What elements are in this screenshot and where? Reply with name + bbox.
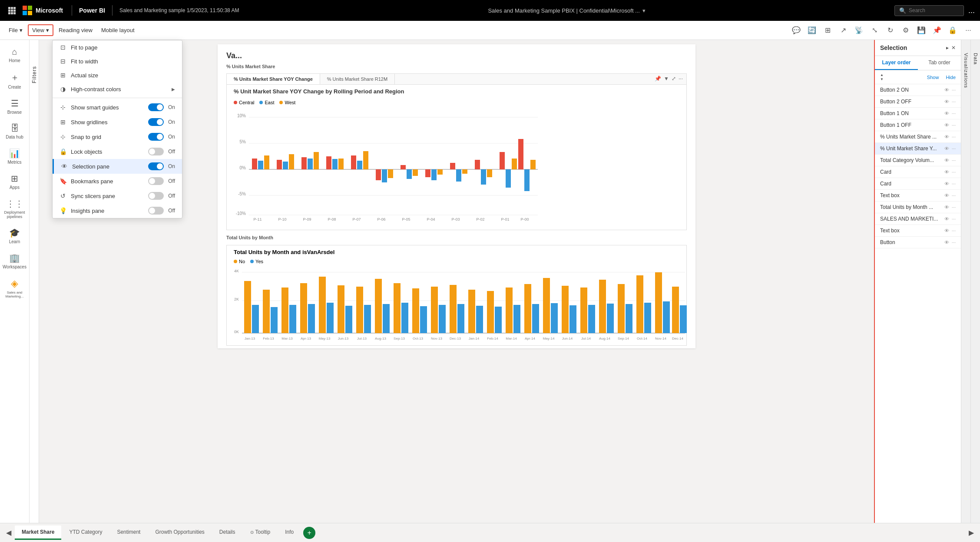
sidebar-item-salesmarketing[interactable]: ◈ Sales and Marketing...: [2, 274, 28, 302]
pin-chart-icon[interactable]: 📌: [655, 76, 661, 83]
show-gridlines-item[interactable]: ⊞ Show gridlines On: [53, 115, 182, 129]
sidebar-item-metrics[interactable]: 📊 Metrics: [2, 145, 28, 168]
more-layer-icon[interactable]: ···: [952, 228, 956, 233]
tab-tab-order[interactable]: Tab order: [918, 56, 961, 70]
layer-button1on[interactable]: Button 1 ON 👁 ···: [875, 108, 961, 119]
visibility-icon[interactable]: 👁: [944, 216, 949, 221]
panel-expand-icon[interactable]: ▸: [946, 45, 949, 51]
file-button[interactable]: File ▾: [5, 25, 26, 35]
visibility-icon[interactable]: 👁: [944, 240, 949, 245]
sync-icon[interactable]: 🔄: [805, 24, 818, 37]
visibility-icon[interactable]: 👁: [944, 228, 949, 233]
layer-card2[interactable]: Card 👁 ···: [875, 178, 961, 190]
share-icon[interactable]: ↗: [837, 24, 850, 37]
bookmarks-toggle[interactable]: [148, 177, 164, 185]
visibility-icon[interactable]: 👁: [944, 122, 949, 128]
layer-pct-unit-yoy[interactable]: % Unit Market Share Y... 👁 ···: [875, 143, 961, 155]
layer-total-category[interactable]: Total Category Volum... 👁 ···: [875, 155, 961, 166]
show-button[interactable]: Show: [927, 75, 939, 80]
next-page-icon[interactable]: ▶: [966, 527, 977, 539]
more-button[interactable]: ...: [968, 6, 975, 15]
layer-total-units-month[interactable]: Total Units by Month ... 👁 ···: [875, 202, 961, 213]
tab-growth-opportunities[interactable]: Growth Opportunities: [148, 525, 211, 540]
more-chart-icon[interactable]: ···: [679, 76, 683, 83]
smart-guides-toggle[interactable]: [148, 103, 164, 111]
layer-sales-marketing[interactable]: SALES AND MARKETI... 👁 ···: [875, 213, 961, 225]
tab-details[interactable]: Details: [212, 525, 242, 540]
more-layer-icon[interactable]: ···: [952, 99, 956, 104]
more-layer-icon[interactable]: ···: [952, 158, 956, 163]
more-layer-icon[interactable]: ···: [952, 111, 956, 116]
expand-chart-icon[interactable]: ⤢: [672, 76, 676, 83]
filters-sidebar[interactable]: Filters: [30, 40, 39, 523]
visibility-icon[interactable]: 👁: [944, 181, 949, 186]
layer-button1off[interactable]: Button 1 OFF 👁 ···: [875, 119, 961, 131]
tab-tooltip[interactable]: ⊙ Tooltip: [243, 525, 278, 540]
comment-icon[interactable]: 💬: [790, 24, 803, 37]
bookmarks-pane-item[interactable]: 🔖 Bookmarks pane Off: [53, 174, 182, 188]
hide-button[interactable]: Hide: [946, 75, 956, 80]
chart1-tab1[interactable]: % Units Market Share YOY Change: [227, 74, 320, 84]
sidebar-item-deployment[interactable]: ⋮⋮ Deployment pipelines: [2, 195, 28, 222]
layer-card1[interactable]: Card 👁 ···: [875, 166, 961, 178]
expand-icon[interactable]: ⤡: [868, 24, 881, 37]
table-icon[interactable]: ⊞: [821, 24, 834, 37]
sidebar-item-datahub[interactable]: 🗄 Data hub: [2, 120, 28, 143]
sync-slicers-toggle[interactable]: [148, 192, 164, 200]
visibility-icon[interactable]: 👁: [944, 87, 949, 93]
sync-slicers-item[interactable]: ↺ Sync slicers pane Off: [53, 188, 182, 203]
layer-textbox2[interactable]: Text box 👁 ···: [875, 225, 961, 237]
more-layer-icon[interactable]: ···: [952, 122, 956, 128]
high-contrast-item[interactable]: ◑ High-contrast colors ▶: [53, 82, 182, 96]
refresh-icon[interactable]: ↻: [884, 24, 897, 37]
sidebar-item-apps[interactable]: ⊞ Apps: [2, 170, 28, 193]
visibility-icon[interactable]: 👁: [944, 205, 949, 210]
security-icon[interactable]: 🔒: [946, 24, 959, 37]
tab-ytd-category[interactable]: YTD Category: [62, 525, 109, 540]
sidebar-item-learn[interactable]: 🎓 Learn: [2, 224, 28, 248]
search-input[interactable]: [909, 7, 952, 13]
visibility-icon[interactable]: 👁: [944, 146, 949, 151]
layer-textbox1[interactable]: Text box 👁 ···: [875, 190, 961, 202]
selection-pane-toggle[interactable]: [148, 162, 164, 170]
view-button[interactable]: View ▾: [28, 24, 53, 36]
broadcast-icon[interactable]: 📡: [852, 24, 865, 37]
visualizations-tab[interactable]: Visualizations: [961, 40, 970, 523]
save-icon[interactable]: 💾: [915, 24, 928, 37]
snap-toggle[interactable]: [148, 133, 164, 141]
visibility-icon[interactable]: 👁: [944, 193, 949, 198]
more-layer-icon[interactable]: ···: [952, 240, 956, 245]
tab-market-share[interactable]: Market Share: [15, 525, 61, 540]
tab-info[interactable]: Info: [278, 525, 301, 540]
gridlines-toggle[interactable]: [148, 118, 164, 126]
layer-button2off[interactable]: Button 2 OFF 👁 ···: [875, 96, 961, 108]
filter-chart-icon[interactable]: ▼: [664, 76, 669, 83]
sidebar-item-browse[interactable]: ☰ Browse: [2, 95, 28, 118]
reading-view-button[interactable]: Reading view: [55, 25, 96, 35]
lock-toggle[interactable]: [148, 148, 164, 155]
more-layer-icon[interactable]: ···: [952, 87, 956, 93]
sidebar-item-home[interactable]: ⌂ Home: [2, 43, 28, 66]
insights-toggle[interactable]: [148, 207, 164, 215]
more-layer-icon[interactable]: ···: [952, 146, 956, 151]
more-ribbon-icon[interactable]: ···: [962, 24, 975, 37]
tab-layer-order[interactable]: Layer order: [875, 56, 918, 70]
sidebar-item-workspaces[interactable]: 🏢 Workspaces: [2, 249, 28, 273]
mobile-layout-button[interactable]: Mobile layout: [98, 25, 138, 35]
visibility-icon[interactable]: 👁: [944, 158, 949, 163]
panel-close-icon[interactable]: ✕: [951, 45, 956, 51]
more-layer-icon[interactable]: ···: [952, 216, 956, 221]
sidebar-item-create[interactable]: ＋ Create: [2, 68, 28, 93]
selection-pane-item[interactable]: 👁 Selection pane On: [53, 159, 182, 174]
fit-to-page-item[interactable]: ⊡ Fit to page: [53, 40, 182, 54]
chevron-down-icon[interactable]: ▾: [642, 7, 646, 14]
more-layer-icon[interactable]: ···: [952, 181, 956, 186]
pin-icon[interactable]: 📌: [930, 24, 944, 37]
more-layer-icon[interactable]: ···: [952, 205, 956, 210]
layer-button2on[interactable]: Button 2 ON 👁 ···: [875, 84, 961, 96]
settings-icon[interactable]: ⚙: [899, 24, 912, 37]
visibility-icon[interactable]: 👁: [944, 169, 949, 175]
more-layer-icon[interactable]: ···: [952, 169, 956, 175]
grid-icon[interactable]: [5, 4, 18, 17]
insights-pane-item[interactable]: 💡 Insights pane Off: [53, 203, 182, 218]
